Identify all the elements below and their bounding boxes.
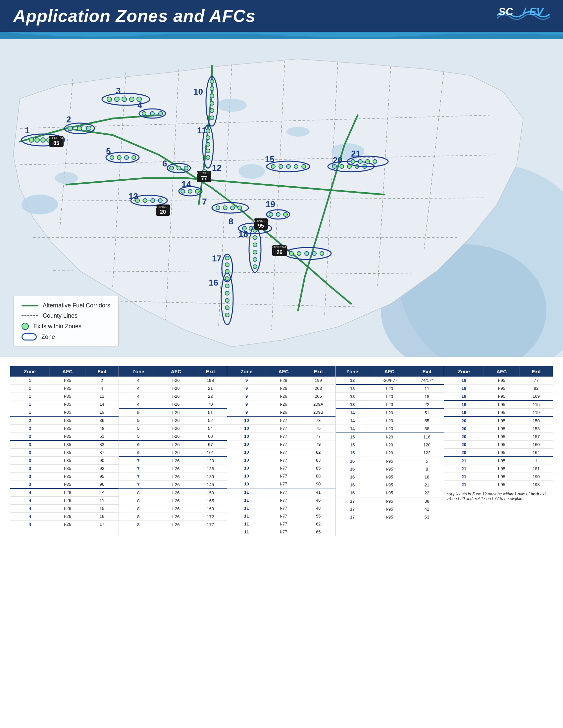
table-row: 20I-95160 xyxy=(444,441,553,449)
table-row: 9I-26203 xyxy=(227,385,336,392)
svg-point-53 xyxy=(117,156,121,159)
svg-point-34 xyxy=(68,126,72,131)
svg-point-144 xyxy=(340,164,344,168)
svg-text:SC: SC xyxy=(498,6,513,18)
table-row: 10I-7790 xyxy=(227,480,336,488)
svg-point-143 xyxy=(333,164,337,168)
svg-text:20: 20 xyxy=(160,209,166,215)
table-row: 8I-26172 xyxy=(119,513,227,521)
col4-afc-header: AFC xyxy=(369,366,410,377)
table-row: 17I-9538 xyxy=(336,497,444,505)
svg-point-64 xyxy=(223,206,227,210)
svg-point-113 xyxy=(294,164,298,168)
table-row: 9I-26209A xyxy=(227,400,336,408)
svg-text:INTERSTATE: INTERSTATE xyxy=(270,246,289,249)
table-row: 15I-20116 xyxy=(336,433,444,441)
svg-text:INTERSTATE: INTERSTATE xyxy=(47,136,66,140)
svg-point-79 xyxy=(320,251,324,255)
table-row: 5I-2652 xyxy=(119,417,227,425)
svg-point-23 xyxy=(238,164,265,179)
table-row: 10I-7785 xyxy=(227,464,336,472)
svg-point-112 xyxy=(287,164,291,168)
svg-point-106 xyxy=(188,189,192,193)
svg-point-49 xyxy=(159,112,163,115)
table-row: 3I-8587 xyxy=(10,449,118,457)
svg-point-90 xyxy=(206,129,210,133)
table-row: 8I-26169 xyxy=(119,505,227,513)
table-row: 9I-26209B xyxy=(227,408,336,417)
table-row: 1I-8519 xyxy=(10,408,118,417)
table-row: 16I-9518 xyxy=(336,473,444,481)
svg-point-150 xyxy=(351,159,355,163)
svg-point-75 xyxy=(290,251,294,255)
svg-point-58 xyxy=(169,166,173,170)
svg-point-60 xyxy=(184,166,188,170)
svg-point-77 xyxy=(305,251,309,255)
col3-zone-header: Zone xyxy=(227,366,266,377)
svg-point-39 xyxy=(107,97,112,102)
svg-point-28 xyxy=(35,138,39,142)
svg-point-132 xyxy=(253,243,257,247)
table-row: 11I-7746 xyxy=(227,496,336,504)
svg-point-126 xyxy=(225,263,229,267)
svg-point-20 xyxy=(22,195,58,214)
svg-point-54 xyxy=(124,156,128,159)
col3-exit-header: Exit xyxy=(301,366,335,377)
legend-item-county: County Lines xyxy=(22,312,110,319)
table-row: 2I-8536 xyxy=(10,416,118,425)
svg-text:17: 17 xyxy=(212,253,221,263)
tables-grid: Zone AFC Exit 1I-852 1I-854 1I-8511 1I-8… xyxy=(10,366,553,536)
table-row: 16I-955 xyxy=(336,457,444,465)
col2-afc-header: AFC xyxy=(158,366,194,377)
svg-point-107 xyxy=(195,189,199,193)
table-row: 10I-7775 xyxy=(227,425,336,432)
col1-exit-header: Exit xyxy=(85,366,118,377)
svg-point-76 xyxy=(297,251,301,255)
svg-point-139 xyxy=(276,212,280,216)
legend-zone-icon xyxy=(22,333,37,341)
table-row: 8I-26165 xyxy=(119,497,227,505)
svg-text:77: 77 xyxy=(201,176,207,181)
table-row: 21I-95181 xyxy=(444,465,553,473)
table-row: 2I-8551 xyxy=(10,432,118,441)
page-header: Application Zones and AFCs SC / EV xyxy=(0,0,563,32)
table-row: 21I-95190 xyxy=(444,473,553,481)
svg-point-134 xyxy=(253,257,257,261)
legend-dot-icon xyxy=(22,323,29,330)
table-row: 18I-95169 xyxy=(444,392,553,401)
legend-exits-label: Exits within Zones xyxy=(33,323,81,330)
col2-zone-header: Zone xyxy=(119,366,158,377)
col5-zone-header: Zone xyxy=(444,366,484,377)
table-section: Zone AFC Exit 1I-852 1I-854 1I-8511 1I-8… xyxy=(0,357,563,543)
table-row: 19I-95119 xyxy=(444,409,553,417)
svg-point-63 xyxy=(216,206,220,210)
svg-point-65 xyxy=(230,206,234,210)
svg-point-153 xyxy=(373,159,377,163)
svg-text:8: 8 xyxy=(228,216,233,226)
table-row: 9I-26205 xyxy=(227,392,336,400)
svg-text:19: 19 xyxy=(265,199,275,209)
table-col-2: Zone AFC Exit 4I-2619B 4I-2621 4I-2622 4… xyxy=(119,366,227,536)
table-row: 13I-2011 xyxy=(336,385,444,393)
table-row: 1I-854 xyxy=(10,385,118,392)
svg-point-47 xyxy=(142,112,146,115)
table-row: 16I-958 xyxy=(336,465,444,473)
table-row: 20I-95164 xyxy=(444,449,553,457)
table-row: 6I-26101 xyxy=(119,449,227,457)
svg-text:95: 95 xyxy=(258,223,264,229)
table-row: 4I-2616 xyxy=(10,513,118,521)
table-row: 17I-9542 xyxy=(336,505,444,513)
table-row: 2I-8548 xyxy=(10,425,118,432)
table-row: 3I-8592 xyxy=(10,465,118,473)
legend-item-exits: Exits within Zones xyxy=(22,323,110,330)
table-row: 20I-95153 xyxy=(444,425,553,433)
svg-point-94 xyxy=(206,156,210,159)
table-row: 4I-2619B xyxy=(119,377,227,385)
legend-corridors-label: Alternative Fuel Corridors xyxy=(43,302,110,309)
table-row: 21I-951 xyxy=(444,457,553,465)
svg-text:INTERSTATE: INTERSTATE xyxy=(195,171,213,175)
svg-point-152 xyxy=(366,159,370,163)
table-row: 7I-26145 xyxy=(119,481,227,489)
svg-point-114 xyxy=(302,164,306,168)
table-row: 4I-2621 xyxy=(119,385,227,392)
